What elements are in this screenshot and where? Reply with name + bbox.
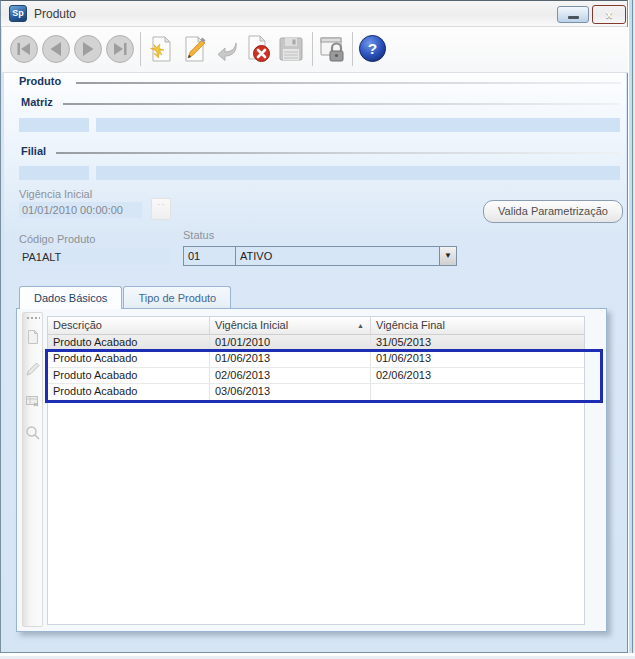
- table-cell: 01/01/2010: [210, 335, 371, 350]
- status-label: Status: [183, 229, 214, 241]
- produto-grid: Descrição Vigência Inicial ▲ Vigência Fi…: [47, 316, 585, 625]
- svg-text:?: ?: [368, 40, 377, 57]
- vigencia-inicial-label: Vigência Inicial: [19, 188, 92, 200]
- matriz-code-field[interactable]: [19, 118, 89, 132]
- column-header-vigencia-final[interactable]: Vigência Final: [371, 317, 584, 334]
- tab-0[interactable]: Dados Básicos: [19, 286, 122, 309]
- dados-basicos-panel: Descrição Vigência Inicial ▲ Vigência Fi…: [16, 308, 607, 632]
- group-matriz-line: [63, 103, 619, 105]
- group-produto-label: Produto: [19, 75, 61, 87]
- screen-right-edge: [629, 0, 635, 653]
- table-cell: 03/06/2013: [210, 384, 371, 399]
- table-row[interactable]: Produto Acabado01/06/201301/06/2013: [48, 351, 584, 367]
- valida-parametrizacao-button[interactable]: Valida Parametrização: [483, 200, 623, 223]
- new-record-button[interactable]: [146, 34, 176, 64]
- filial-name-field[interactable]: [96, 166, 620, 180]
- toolbar-separator: [140, 32, 141, 66]
- edit-record-button[interactable]: [180, 34, 210, 64]
- screen-bottom-edge: [0, 654, 635, 659]
- main-toolbar: ?: [2, 27, 628, 73]
- table-cell: 02/06/2013: [210, 368, 371, 383]
- table-cell: 01/06/2013: [210, 351, 371, 366]
- toolbar-separator: [352, 32, 353, 66]
- save-button[interactable]: [276, 34, 306, 64]
- vigencia-inicial-input[interactable]: 01/01/2010 00:00:00: [19, 202, 142, 218]
- lock-button[interactable]: [318, 34, 348, 64]
- undo-button[interactable]: [213, 34, 243, 64]
- grid-side-toolbar: [22, 312, 43, 627]
- minimize-button[interactable]: [557, 6, 589, 23]
- table-cell: Produto Acabado: [48, 335, 210, 350]
- previous-record-button[interactable]: [41, 34, 71, 64]
- minimize-icon: [568, 16, 579, 19]
- column-header-descricao[interactable]: Descrição: [48, 317, 210, 334]
- window-title: Produto: [34, 7, 76, 21]
- tab-1[interactable]: Tipo de Produto: [123, 286, 231, 309]
- table-cell: Produto Acabado: [48, 351, 210, 366]
- sort-asc-icon: ▲: [357, 317, 364, 334]
- form-area: Produto Matriz Filial Vigência Inicial 0…: [4, 73, 626, 631]
- group-produto-line: [76, 82, 621, 84]
- date-picker-button[interactable]: . .: [151, 198, 171, 220]
- filial-code-field[interactable]: [19, 166, 89, 180]
- export-grid-icon[interactable]: [25, 393, 41, 409]
- search-magnifier-icon[interactable]: [25, 425, 41, 441]
- group-matriz-label: Matriz: [21, 96, 53, 108]
- title-bar[interactable]: Sp Produto x: [1, 1, 627, 27]
- delete-record-button[interactable]: [243, 34, 273, 64]
- codigo-produto-label: Código Produto: [19, 233, 95, 245]
- help-button[interactable]: ?: [358, 34, 387, 63]
- table-cell: 02/06/2013: [371, 368, 584, 383]
- status-value: ATIVO: [236, 247, 439, 265]
- edit-pencil-icon[interactable]: [25, 361, 41, 377]
- produto-window: Sp Produto x: [0, 0, 628, 653]
- table-row[interactable]: Produto Acabado01/01/201031/05/2013: [48, 335, 584, 351]
- table-row[interactable]: Produto Acabado02/06/201302/06/2013: [48, 368, 584, 384]
- last-record-button[interactable]: [105, 34, 135, 64]
- close-button[interactable]: x: [592, 5, 626, 24]
- status-code: 01: [184, 247, 236, 265]
- next-record-button[interactable]: [73, 34, 103, 64]
- tab-strip: Dados BásicosTipo de Produto: [19, 286, 232, 309]
- table-row[interactable]: Produto Acabado03/06/2013: [48, 384, 584, 400]
- matriz-name-field[interactable]: [96, 118, 620, 132]
- new-document-icon[interactable]: [25, 329, 41, 345]
- app-logo-icon: Sp: [9, 5, 27, 22]
- column-header-vigencia-inicial[interactable]: Vigência Inicial ▲: [210, 317, 371, 334]
- table-cell: 31/05/2013: [371, 335, 584, 350]
- group-filial-label: Filial: [21, 145, 46, 157]
- table-cell: Produto Acabado: [48, 384, 210, 399]
- toolbar-separator: [312, 32, 313, 66]
- table-cell: 01/06/2013: [371, 351, 584, 366]
- column-header-label: Vigência Inicial: [215, 319, 288, 331]
- grid-header-row: Descrição Vigência Inicial ▲ Vigência Fi…: [48, 317, 584, 335]
- codigo-produto-input[interactable]: PA1ALT: [19, 249, 169, 265]
- status-combobox[interactable]: 01 ATIVO ▼: [183, 246, 457, 266]
- chevron-down-icon[interactable]: ▼: [439, 247, 456, 265]
- table-cell: [371, 384, 584, 399]
- first-record-button[interactable]: [9, 34, 39, 64]
- group-filial-line: [56, 152, 619, 154]
- grid-body: Produto Acabado01/01/201031/05/2013Produ…: [48, 335, 584, 401]
- toolbar-grip-icon[interactable]: [26, 316, 40, 320]
- table-cell: Produto Acabado: [48, 368, 210, 383]
